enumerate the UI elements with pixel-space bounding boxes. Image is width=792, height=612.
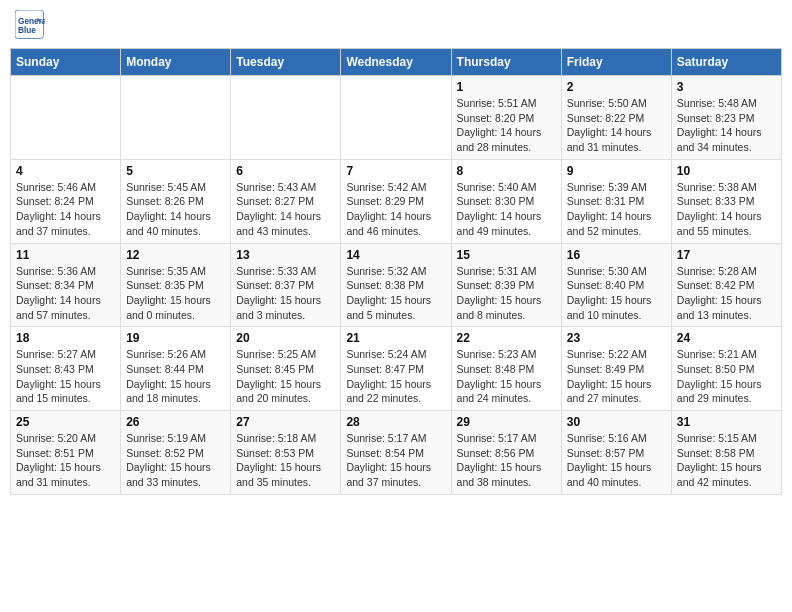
day-number: 1 (457, 80, 556, 94)
day-info: Sunrise: 5:18 AM Sunset: 8:53 PM Dayligh… (236, 431, 335, 490)
day-header-sunday: Sunday (11, 49, 121, 76)
day-info: Sunrise: 5:36 AM Sunset: 8:34 PM Dayligh… (16, 264, 115, 323)
day-number: 27 (236, 415, 335, 429)
calendar-body: 1Sunrise: 5:51 AM Sunset: 8:20 PM Daylig… (11, 76, 782, 495)
calendar-cell: 21Sunrise: 5:24 AM Sunset: 8:47 PM Dayli… (341, 327, 451, 411)
day-number: 19 (126, 331, 225, 345)
day-number: 29 (457, 415, 556, 429)
day-number: 31 (677, 415, 776, 429)
calendar-cell: 5Sunrise: 5:45 AM Sunset: 8:26 PM Daylig… (121, 159, 231, 243)
day-info: Sunrise: 5:26 AM Sunset: 8:44 PM Dayligh… (126, 347, 225, 406)
day-header-friday: Friday (561, 49, 671, 76)
calendar-cell: 10Sunrise: 5:38 AM Sunset: 8:33 PM Dayli… (671, 159, 781, 243)
calendar-cell: 19Sunrise: 5:26 AM Sunset: 8:44 PM Dayli… (121, 327, 231, 411)
calendar-cell: 16Sunrise: 5:30 AM Sunset: 8:40 PM Dayli… (561, 243, 671, 327)
calendar-header-row: SundayMondayTuesdayWednesdayThursdayFrid… (11, 49, 782, 76)
calendar-week-3: 11Sunrise: 5:36 AM Sunset: 8:34 PM Dayli… (11, 243, 782, 327)
calendar-week-4: 18Sunrise: 5:27 AM Sunset: 8:43 PM Dayli… (11, 327, 782, 411)
calendar-cell (121, 76, 231, 160)
calendar-cell: 8Sunrise: 5:40 AM Sunset: 8:30 PM Daylig… (451, 159, 561, 243)
day-info: Sunrise: 5:28 AM Sunset: 8:42 PM Dayligh… (677, 264, 776, 323)
calendar-table: SundayMondayTuesdayWednesdayThursdayFrid… (10, 48, 782, 495)
day-number: 5 (126, 164, 225, 178)
day-info: Sunrise: 5:50 AM Sunset: 8:22 PM Dayligh… (567, 96, 666, 155)
day-info: Sunrise: 5:40 AM Sunset: 8:30 PM Dayligh… (457, 180, 556, 239)
day-info: Sunrise: 5:17 AM Sunset: 8:56 PM Dayligh… (457, 431, 556, 490)
day-header-wednesday: Wednesday (341, 49, 451, 76)
day-number: 6 (236, 164, 335, 178)
calendar-cell: 18Sunrise: 5:27 AM Sunset: 8:43 PM Dayli… (11, 327, 121, 411)
calendar-cell: 26Sunrise: 5:19 AM Sunset: 8:52 PM Dayli… (121, 411, 231, 495)
day-number: 25 (16, 415, 115, 429)
day-number: 20 (236, 331, 335, 345)
calendar-cell: 30Sunrise: 5:16 AM Sunset: 8:57 PM Dayli… (561, 411, 671, 495)
calendar-cell: 25Sunrise: 5:20 AM Sunset: 8:51 PM Dayli… (11, 411, 121, 495)
day-number: 8 (457, 164, 556, 178)
day-header-thursday: Thursday (451, 49, 561, 76)
day-info: Sunrise: 5:17 AM Sunset: 8:54 PM Dayligh… (346, 431, 445, 490)
day-number: 12 (126, 248, 225, 262)
day-number: 2 (567, 80, 666, 94)
calendar-cell: 4Sunrise: 5:46 AM Sunset: 8:24 PM Daylig… (11, 159, 121, 243)
calendar-cell: 28Sunrise: 5:17 AM Sunset: 8:54 PM Dayli… (341, 411, 451, 495)
day-info: Sunrise: 5:20 AM Sunset: 8:51 PM Dayligh… (16, 431, 115, 490)
day-info: Sunrise: 5:21 AM Sunset: 8:50 PM Dayligh… (677, 347, 776, 406)
day-info: Sunrise: 5:51 AM Sunset: 8:20 PM Dayligh… (457, 96, 556, 155)
calendar-week-2: 4Sunrise: 5:46 AM Sunset: 8:24 PM Daylig… (11, 159, 782, 243)
day-info: Sunrise: 5:15 AM Sunset: 8:58 PM Dayligh… (677, 431, 776, 490)
day-header-saturday: Saturday (671, 49, 781, 76)
day-info: Sunrise: 5:43 AM Sunset: 8:27 PM Dayligh… (236, 180, 335, 239)
day-info: Sunrise: 5:16 AM Sunset: 8:57 PM Dayligh… (567, 431, 666, 490)
day-info: Sunrise: 5:32 AM Sunset: 8:38 PM Dayligh… (346, 264, 445, 323)
day-number: 24 (677, 331, 776, 345)
calendar-cell: 9Sunrise: 5:39 AM Sunset: 8:31 PM Daylig… (561, 159, 671, 243)
day-number: 9 (567, 164, 666, 178)
page-header: General Blue (10, 10, 782, 40)
day-info: Sunrise: 5:35 AM Sunset: 8:35 PM Dayligh… (126, 264, 225, 323)
calendar-cell: 29Sunrise: 5:17 AM Sunset: 8:56 PM Dayli… (451, 411, 561, 495)
day-number: 28 (346, 415, 445, 429)
day-number: 13 (236, 248, 335, 262)
day-number: 15 (457, 248, 556, 262)
calendar-cell: 2Sunrise: 5:50 AM Sunset: 8:22 PM Daylig… (561, 76, 671, 160)
day-info: Sunrise: 5:39 AM Sunset: 8:31 PM Dayligh… (567, 180, 666, 239)
day-info: Sunrise: 5:19 AM Sunset: 8:52 PM Dayligh… (126, 431, 225, 490)
calendar-cell: 31Sunrise: 5:15 AM Sunset: 8:58 PM Dayli… (671, 411, 781, 495)
day-info: Sunrise: 5:45 AM Sunset: 8:26 PM Dayligh… (126, 180, 225, 239)
calendar-cell: 22Sunrise: 5:23 AM Sunset: 8:48 PM Dayli… (451, 327, 561, 411)
day-info: Sunrise: 5:31 AM Sunset: 8:39 PM Dayligh… (457, 264, 556, 323)
day-info: Sunrise: 5:27 AM Sunset: 8:43 PM Dayligh… (16, 347, 115, 406)
day-number: 23 (567, 331, 666, 345)
calendar-cell: 23Sunrise: 5:22 AM Sunset: 8:49 PM Dayli… (561, 327, 671, 411)
day-info: Sunrise: 5:33 AM Sunset: 8:37 PM Dayligh… (236, 264, 335, 323)
calendar-cell (11, 76, 121, 160)
day-number: 11 (16, 248, 115, 262)
day-info: Sunrise: 5:23 AM Sunset: 8:48 PM Dayligh… (457, 347, 556, 406)
calendar-cell: 6Sunrise: 5:43 AM Sunset: 8:27 PM Daylig… (231, 159, 341, 243)
day-number: 10 (677, 164, 776, 178)
day-number: 22 (457, 331, 556, 345)
day-info: Sunrise: 5:38 AM Sunset: 8:33 PM Dayligh… (677, 180, 776, 239)
svg-text:Blue: Blue (18, 26, 36, 35)
calendar-cell: 20Sunrise: 5:25 AM Sunset: 8:45 PM Dayli… (231, 327, 341, 411)
day-number: 4 (16, 164, 115, 178)
day-info: Sunrise: 5:30 AM Sunset: 8:40 PM Dayligh… (567, 264, 666, 323)
calendar-cell: 3Sunrise: 5:48 AM Sunset: 8:23 PM Daylig… (671, 76, 781, 160)
calendar-cell: 12Sunrise: 5:35 AM Sunset: 8:35 PM Dayli… (121, 243, 231, 327)
day-info: Sunrise: 5:25 AM Sunset: 8:45 PM Dayligh… (236, 347, 335, 406)
day-info: Sunrise: 5:24 AM Sunset: 8:47 PM Dayligh… (346, 347, 445, 406)
calendar-cell: 11Sunrise: 5:36 AM Sunset: 8:34 PM Dayli… (11, 243, 121, 327)
day-number: 3 (677, 80, 776, 94)
day-info: Sunrise: 5:22 AM Sunset: 8:49 PM Dayligh… (567, 347, 666, 406)
day-number: 14 (346, 248, 445, 262)
calendar-cell: 17Sunrise: 5:28 AM Sunset: 8:42 PM Dayli… (671, 243, 781, 327)
day-number: 7 (346, 164, 445, 178)
calendar-cell (341, 76, 451, 160)
day-number: 16 (567, 248, 666, 262)
day-header-tuesday: Tuesday (231, 49, 341, 76)
day-info: Sunrise: 5:42 AM Sunset: 8:29 PM Dayligh… (346, 180, 445, 239)
calendar-cell: 24Sunrise: 5:21 AM Sunset: 8:50 PM Dayli… (671, 327, 781, 411)
calendar-week-5: 25Sunrise: 5:20 AM Sunset: 8:51 PM Dayli… (11, 411, 782, 495)
day-number: 30 (567, 415, 666, 429)
day-number: 26 (126, 415, 225, 429)
